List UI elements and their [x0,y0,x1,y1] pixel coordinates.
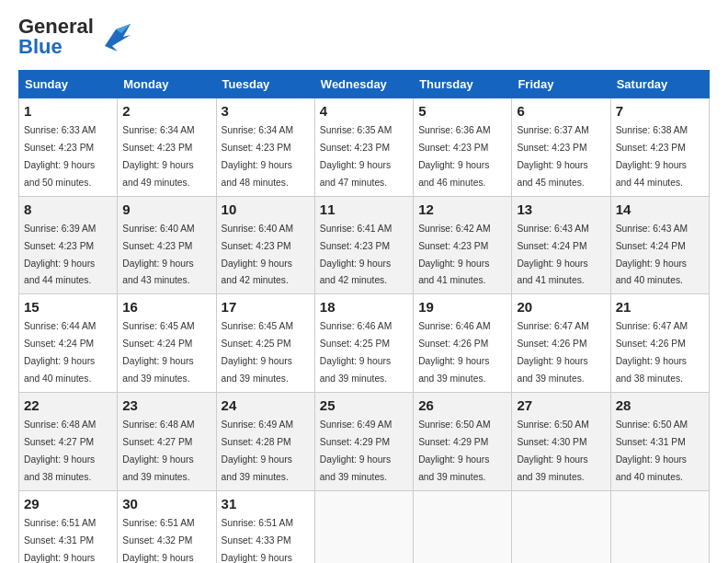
calendar-cell [414,490,512,563]
calendar-cell: 8 Sunrise: 6:39 AMSunset: 4:23 PMDayligh… [19,196,118,294]
calendar-cell: 13 Sunrise: 6:43 AMSunset: 4:24 PMDaylig… [512,196,610,294]
day-info: Sunrise: 6:44 AMSunset: 4:24 PMDaylight:… [24,321,96,384]
calendar-cell: 4 Sunrise: 6:35 AMSunset: 4:23 PMDayligh… [314,98,413,197]
calendar-cell: 23 Sunrise: 6:48 AMSunset: 4:27 PMDaylig… [118,393,216,491]
day-info: Sunrise: 6:50 AMSunset: 4:29 PMDaylight:… [418,419,490,482]
calendar-cell: 26 Sunrise: 6:50 AMSunset: 4:29 PMDaylig… [414,393,512,491]
calendar-table: SundayMondayTuesdayWednesdayThursdayFrid… [18,70,710,563]
calendar-cell [314,490,413,563]
calendar-cell: 28 Sunrise: 6:50 AMSunset: 4:31 PMDaylig… [610,393,709,491]
day-number: 30 [122,496,210,511]
weekday-header-friday: Friday [512,71,610,98]
day-info: Sunrise: 6:49 AMSunset: 4:28 PMDaylight:… [222,419,293,482]
day-info: Sunrise: 6:46 AMSunset: 4:26 PMDaylight:… [418,321,490,384]
day-info: Sunrise: 6:34 AMSunset: 4:23 PMDaylight:… [122,125,194,188]
day-number: 6 [517,103,605,119]
weekday-header-monday: Monday [118,71,216,98]
day-info: Sunrise: 6:51 AMSunset: 4:32 PMDaylight:… [122,518,194,563]
day-number: 25 [320,397,408,413]
page-header: General Blue [18,17,710,57]
calendar-week-3: 15 Sunrise: 6:44 AMSunset: 4:24 PMDaylig… [19,294,710,393]
calendar-cell: 5 Sunrise: 6:36 AMSunset: 4:23 PMDayligh… [414,98,512,197]
calendar-cell: 18 Sunrise: 6:46 AMSunset: 4:25 PMDaylig… [314,294,413,393]
calendar-cell: 30 Sunrise: 6:51 AMSunset: 4:32 PMDaylig… [118,490,216,563]
weekday-header-tuesday: Tuesday [216,71,314,98]
day-info: Sunrise: 6:38 AMSunset: 4:23 PMDaylight:… [616,125,688,188]
calendar-cell: 22 Sunrise: 6:48 AMSunset: 4:27 PMDaylig… [19,393,118,491]
day-number: 17 [222,299,310,315]
day-info: Sunrise: 6:39 AMSunset: 4:23 PMDaylight:… [24,224,96,286]
calendar-cell: 31 Sunrise: 6:51 AMSunset: 4:33 PMDaylig… [216,490,314,563]
weekday-header-thursday: Thursday [414,71,512,98]
day-number: 22 [24,397,112,413]
weekday-header-saturday: Saturday [610,71,709,98]
day-info: Sunrise: 6:37 AMSunset: 4:23 PMDaylight:… [517,125,588,188]
day-info: Sunrise: 6:40 AMSunset: 4:23 PMDaylight:… [122,224,194,286]
day-number: 27 [517,397,605,413]
day-info: Sunrise: 6:42 AMSunset: 4:23 PMDaylight:… [418,224,490,286]
day-number: 21 [616,299,704,315]
day-number: 19 [418,299,506,315]
day-info: Sunrise: 6:50 AMSunset: 4:31 PMDaylight:… [616,419,688,482]
day-number: 10 [222,201,310,217]
calendar-cell: 2 Sunrise: 6:34 AMSunset: 4:23 PMDayligh… [118,98,216,197]
day-info: Sunrise: 6:45 AMSunset: 4:24 PMDaylight:… [122,321,194,384]
calendar-cell: 12 Sunrise: 6:42 AMSunset: 4:23 PMDaylig… [414,196,512,294]
day-number: 28 [616,397,704,413]
day-info: Sunrise: 6:49 AMSunset: 4:29 PMDaylight:… [320,419,392,482]
day-number: 2 [122,103,210,119]
calendar-cell: 6 Sunrise: 6:37 AMSunset: 4:23 PMDayligh… [512,98,610,197]
calendar-cell: 20 Sunrise: 6:47 AMSunset: 4:26 PMDaylig… [512,294,610,393]
day-number: 8 [24,201,112,217]
calendar-cell [512,490,610,563]
calendar-cell: 16 Sunrise: 6:45 AMSunset: 4:24 PMDaylig… [118,294,216,393]
calendar-cell: 17 Sunrise: 6:45 AMSunset: 4:25 PMDaylig… [216,294,314,393]
day-info: Sunrise: 6:34 AMSunset: 4:23 PMDaylight:… [222,125,293,188]
calendar-cell: 11 Sunrise: 6:41 AMSunset: 4:23 PMDaylig… [314,196,413,294]
day-info: Sunrise: 6:47 AMSunset: 4:26 PMDaylight:… [517,321,588,384]
calendar-header: SundayMondayTuesdayWednesdayThursdayFrid… [19,71,710,98]
day-number: 24 [222,397,310,413]
calendar-week-2: 8 Sunrise: 6:39 AMSunset: 4:23 PMDayligh… [19,196,710,294]
calendar-cell: 14 Sunrise: 6:43 AMSunset: 4:24 PMDaylig… [610,196,709,294]
day-info: Sunrise: 6:51 AMSunset: 4:31 PMDaylight:… [24,518,96,563]
day-number: 13 [517,201,605,217]
day-info: Sunrise: 6:35 AMSunset: 4:23 PMDaylight:… [320,125,392,188]
day-number: 26 [418,397,506,413]
day-number: 31 [222,496,310,511]
day-number: 1 [24,103,112,119]
day-number: 15 [24,299,112,315]
day-info: Sunrise: 6:45 AMSunset: 4:25 PMDaylight:… [222,321,293,384]
calendar-cell: 7 Sunrise: 6:38 AMSunset: 4:23 PMDayligh… [610,98,709,197]
calendar-cell: 9 Sunrise: 6:40 AMSunset: 4:23 PMDayligh… [118,196,216,294]
logo-blue: Blue [18,35,63,58]
day-number: 20 [517,299,605,315]
day-number: 16 [122,299,210,315]
calendar-cell: 29 Sunrise: 6:51 AMSunset: 4:31 PMDaylig… [19,490,118,563]
day-number: 12 [418,201,506,217]
weekday-header-wednesday: Wednesday [314,71,413,98]
calendar-cell: 27 Sunrise: 6:50 AMSunset: 4:30 PMDaylig… [512,393,610,491]
calendar-cell: 15 Sunrise: 6:44 AMSunset: 4:24 PMDaylig… [19,294,118,393]
calendar-week-1: 1 Sunrise: 6:33 AMSunset: 4:23 PMDayligh… [19,98,710,197]
calendar-cell [610,490,709,563]
day-number: 5 [418,103,506,119]
day-info: Sunrise: 6:41 AMSunset: 4:23 PMDaylight:… [320,224,392,286]
day-number: 14 [616,201,704,217]
day-info: Sunrise: 6:48 AMSunset: 4:27 PMDaylight:… [24,419,96,482]
day-info: Sunrise: 6:43 AMSunset: 4:24 PMDaylight:… [616,224,688,286]
day-info: Sunrise: 6:46 AMSunset: 4:25 PMDaylight:… [320,321,392,384]
day-number: 9 [122,201,210,217]
calendar-cell: 21 Sunrise: 6:47 AMSunset: 4:26 PMDaylig… [610,294,709,393]
day-info: Sunrise: 6:43 AMSunset: 4:24 PMDaylight:… [517,224,588,286]
day-info: Sunrise: 6:50 AMSunset: 4:30 PMDaylight:… [517,419,588,482]
calendar-cell: 3 Sunrise: 6:34 AMSunset: 4:23 PMDayligh… [216,98,314,197]
calendar-cell: 24 Sunrise: 6:49 AMSunset: 4:28 PMDaylig… [216,393,314,491]
calendar-cell: 1 Sunrise: 6:33 AMSunset: 4:23 PMDayligh… [19,98,118,197]
weekday-header-sunday: Sunday [19,71,118,98]
calendar-week-4: 22 Sunrise: 6:48 AMSunset: 4:27 PMDaylig… [19,393,710,491]
day-number: 18 [320,299,408,315]
day-info: Sunrise: 6:47 AMSunset: 4:26 PMDaylight:… [616,321,688,384]
day-info: Sunrise: 6:51 AMSunset: 4:33 PMDaylight:… [222,518,293,563]
day-number: 7 [616,103,704,119]
